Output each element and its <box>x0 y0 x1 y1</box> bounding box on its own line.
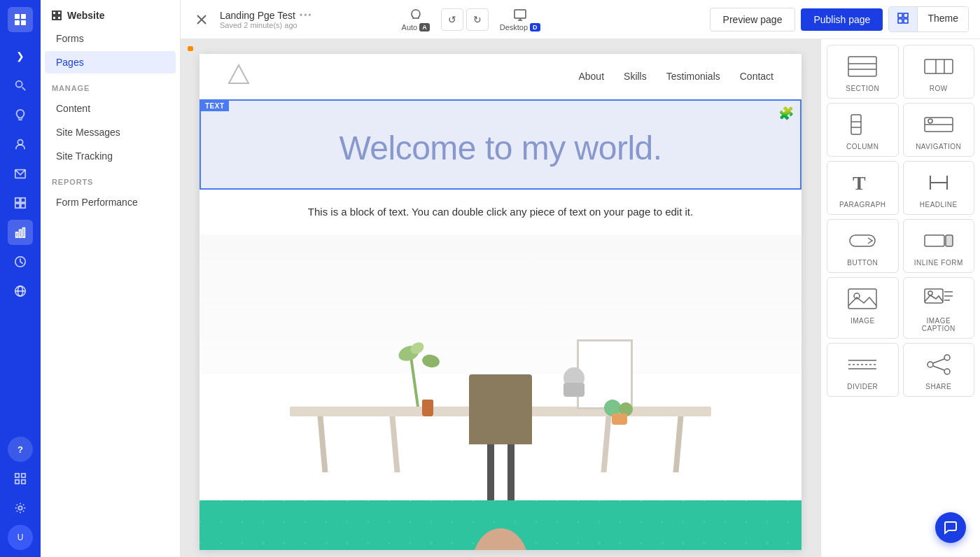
widget-column[interactable]: COLUMN <box>827 103 899 157</box>
svg-rect-11 <box>15 204 20 208</box>
svg-rect-28 <box>57 16 61 20</box>
headline-widget-icon <box>922 170 955 195</box>
canvas: About Skills Testimonials Contact TEXT 🧩… <box>200 54 802 550</box>
auto-mode-button[interactable]: Auto A <box>402 8 430 31</box>
divider-widget-icon <box>846 352 879 377</box>
user-avatar[interactable]: U <box>8 525 33 550</box>
nav-link-contact[interactable]: Contact <box>740 71 774 82</box>
publish-button[interactable]: Publish page <box>801 8 883 31</box>
auto-badge: A <box>419 23 430 31</box>
undo-redo-group: ↺ ↻ <box>441 8 489 31</box>
settings-nav-icon[interactable] <box>8 495 33 521</box>
widget-inline-form[interactable]: INLINE FORM <box>903 219 975 273</box>
sidebar-item-forms[interactable]: Forms <box>45 27 176 50</box>
svg-rect-21 <box>22 474 25 477</box>
svg-point-50 <box>928 119 932 123</box>
svg-rect-57 <box>946 235 953 246</box>
widget-navigation[interactable]: NAVIGATION <box>903 103 975 157</box>
dashboard-nav-icon[interactable] <box>8 190 33 216</box>
page-info: Landing Pge Test ••• Saved 2 minute(s) a… <box>220 10 313 29</box>
preview-button[interactable]: Preview page <box>710 8 796 31</box>
widget-row[interactable]: ROW <box>903 45 975 99</box>
sidebar-item-pages[interactable]: Pages <box>45 51 176 73</box>
top-bar-center: Auto A ↺ ↻ Desktop D <box>402 8 540 31</box>
widget-headline[interactable]: HEADLINE <box>903 161 975 215</box>
widget-button[interactable]: BUTTON <box>827 219 899 273</box>
clock-nav-icon[interactable] <box>8 249 33 274</box>
image-widget-icon <box>846 286 879 311</box>
sidebar-item-site-messages[interactable]: Site Messages <box>45 121 176 143</box>
svg-rect-42 <box>925 59 953 73</box>
section-widget-icon <box>846 54 879 79</box>
svg-rect-1 <box>21 14 26 19</box>
lightbulb-nav-icon[interactable] <box>8 102 33 127</box>
widget-image[interactable]: IMAGE <box>827 277 899 339</box>
main-area: Landing Pge Test ••• Saved 2 minute(s) a… <box>181 0 980 557</box>
close-button[interactable] <box>192 10 211 29</box>
email-nav-icon[interactable] <box>8 161 33 186</box>
nav-link-testimonials[interactable]: Testimonials <box>666 71 720 82</box>
chart-nav-icon[interactable] <box>8 220 33 245</box>
sidebar-item-content[interactable]: Content <box>45 97 176 120</box>
page-name: Landing Pge Test <box>220 10 295 21</box>
section-widget-label: SECTION <box>846 85 879 92</box>
mode-toggle-left[interactable] <box>889 7 918 31</box>
collapse-icon[interactable]: ❯ <box>8 43 33 69</box>
theme-button-group: Theme <box>888 6 969 32</box>
nav-link-about[interactable]: About <box>578 71 604 82</box>
saved-status: Saved 2 minute(s) ago <box>220 21 313 29</box>
canvas-wrapper: About Skills Testimonials Contact TEXT 🧩… <box>181 39 820 557</box>
svg-rect-35 <box>904 13 908 17</box>
button-widget-label: BUTTON <box>847 259 878 267</box>
widget-section[interactable]: SECTION <box>827 45 899 99</box>
site-logo <box>227 64 250 89</box>
widget-share[interactable]: SHARE <box>903 343 975 397</box>
help-nav-icon[interactable]: ? <box>8 437 33 462</box>
puzzle-icon[interactable]: 🧩 <box>778 105 794 122</box>
svg-rect-13 <box>16 232 18 237</box>
desktop-mode-button[interactable]: Desktop D <box>500 8 540 31</box>
redo-button[interactable]: ↻ <box>466 8 489 31</box>
app-logo[interactable] <box>8 7 33 32</box>
text-block[interactable]: This is a block of text. You can double … <box>200 190 802 234</box>
page-nav-links: About Skills Testimonials Contact <box>578 71 774 82</box>
apps-nav-icon[interactable] <box>8 466 33 491</box>
widget-image-caption[interactable]: IMAGE CAPTION <box>903 277 975 339</box>
svg-rect-34 <box>898 13 902 17</box>
sidebar-item-form-performance[interactable]: Form Performance <box>45 191 176 213</box>
column-widget-icon <box>846 112 879 137</box>
sidebar-item-site-tracking[interactable]: Site Tracking <box>45 145 176 167</box>
widget-paragraph[interactable]: T PARAGRAPH <box>827 161 899 215</box>
nav-rail: ❯ ? U <box>0 0 41 557</box>
svg-rect-58 <box>848 289 876 309</box>
row-widget-label: ROW <box>930 85 948 92</box>
inline-form-widget-label: INLINE FORM <box>914 259 963 267</box>
image-widget-label: IMAGE <box>850 317 875 325</box>
search-nav-icon[interactable] <box>8 73 33 98</box>
contacts-nav-icon[interactable] <box>8 132 33 157</box>
svg-point-4 <box>16 81 22 87</box>
svg-rect-39 <box>848 57 876 76</box>
section-label: TEXT <box>201 101 229 111</box>
navigation-widget-label: NAVIGATION <box>916 143 961 150</box>
text-section-wrapper[interactable]: TEXT 🧩 Welcome to my world. <box>200 99 802 190</box>
page-heading[interactable]: Welcome to my world. <box>229 129 772 167</box>
desktop-label: Desktop <box>500 23 528 31</box>
image-caption-widget-label: IMAGE CAPTION <box>909 317 969 332</box>
svg-rect-3 <box>21 20 26 25</box>
undo-button[interactable]: ↺ <box>441 8 463 31</box>
svg-line-72 <box>933 366 944 370</box>
svg-point-61 <box>928 291 932 295</box>
svg-rect-60 <box>925 289 943 303</box>
navigation-widget-icon <box>922 112 955 137</box>
chat-bubble[interactable] <box>935 512 966 543</box>
theme-button[interactable]: Theme <box>918 7 968 31</box>
widget-divider[interactable]: DIVIDER <box>827 343 899 397</box>
column-widget-label: COLUMN <box>846 143 878 150</box>
page-menu-dots[interactable]: ••• <box>300 10 313 20</box>
inline-form-widget-icon <box>922 228 955 253</box>
globe-nav-icon[interactable] <box>8 278 33 304</box>
top-bar-right: Preview page Publish page Theme <box>710 6 969 32</box>
nav-link-skills[interactable]: Skills <box>624 71 647 82</box>
sidebar-section-manage: MANAGE <box>41 74 180 97</box>
